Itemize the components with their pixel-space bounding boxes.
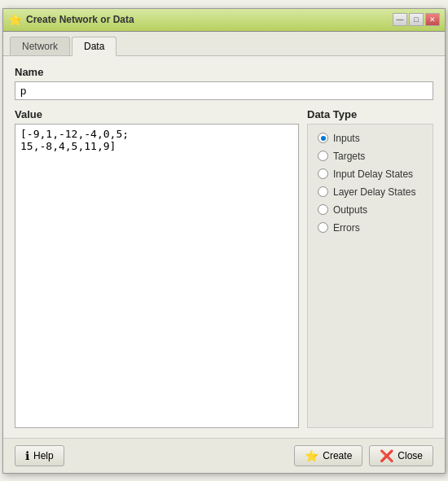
close-label: Close — [397, 450, 423, 461]
footer: ℹ Help ⭐ Create ❌ Close — [3, 438, 445, 473]
radio-layer-delay-states-label: Layer Delay States — [333, 186, 415, 198]
radio-targets-label: Targets — [333, 151, 365, 162]
data-type-box: Inputs Targets Input Delay States Layer … — [307, 124, 433, 428]
radio-targets[interactable]: Targets — [318, 151, 423, 162]
radio-inputs-label: Inputs — [333, 133, 360, 144]
radio-inputs[interactable]: Inputs — [318, 133, 423, 144]
radio-errors[interactable]: Errors — [318, 222, 423, 234]
radio-errors-circle — [318, 222, 328, 233]
create-label: Create — [323, 450, 352, 461]
value-label: Value — [15, 108, 299, 120]
radio-targets-circle — [318, 151, 328, 161]
title-bar: ⭐ Create Network or Data — □ ✕ — [3, 9, 445, 32]
main-window: ⭐ Create Network or Data — □ ✕ Network D… — [2, 8, 446, 474]
value-textarea[interactable] — [15, 124, 299, 428]
close-icon: ❌ — [380, 449, 393, 462]
radio-input-delay-states-circle — [318, 168, 328, 179]
help-label: Help — [33, 450, 54, 461]
window-title: Create Network or Data — [26, 14, 393, 25]
name-field-group: Name — [15, 66, 433, 100]
content-area: Name Value Data Type Inputs — [3, 56, 445, 438]
radio-layer-delay-states[interactable]: Layer Delay States — [318, 186, 423, 198]
tabs-bar: Network Data — [3, 32, 445, 56]
value-group: Value — [15, 108, 299, 428]
radio-layer-delay-states-circle — [318, 186, 328, 197]
radio-outputs-label: Outputs — [333, 204, 367, 216]
title-bar-buttons: — □ ✕ — [393, 13, 440, 26]
help-icon: ℹ — [25, 449, 29, 462]
data-type-label: Data Type — [307, 108, 433, 120]
right-buttons: ⭐ Create ❌ Close — [294, 445, 433, 466]
name-input[interactable] — [15, 81, 433, 100]
tab-network[interactable]: Network — [10, 37, 70, 55]
maximize-button[interactable]: □ — [409, 13, 424, 26]
radio-input-delay-states[interactable]: Input Delay States — [318, 168, 423, 180]
data-type-group: Data Type Inputs Targets Input Delay Sta… — [307, 108, 433, 428]
create-button[interactable]: ⭐ Create — [294, 445, 362, 466]
close-button[interactable]: ❌ Close — [369, 445, 433, 466]
radio-inputs-circle — [318, 133, 328, 143]
radio-errors-label: Errors — [333, 222, 360, 234]
radio-outputs-circle — [318, 204, 328, 215]
radio-outputs[interactable]: Outputs — [318, 204, 423, 216]
window-close-button[interactable]: ✕ — [425, 13, 440, 26]
create-icon: ⭐ — [305, 449, 318, 462]
window-icon: ⭐ — [8, 13, 21, 26]
minimize-button[interactable]: — — [393, 13, 407, 26]
help-button[interactable]: ℹ Help — [15, 445, 64, 466]
tab-data[interactable]: Data — [72, 37, 116, 56]
main-row: Value Data Type Inputs Targets — [15, 108, 433, 428]
radio-input-delay-states-label: Input Delay States — [333, 168, 413, 180]
name-label: Name — [15, 66, 433, 78]
